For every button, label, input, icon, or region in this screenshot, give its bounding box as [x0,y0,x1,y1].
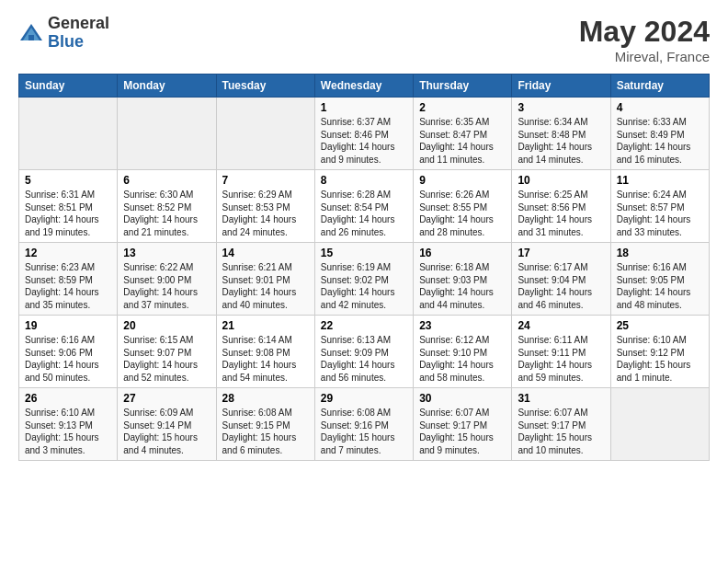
subtitle: Mireval, France [579,49,710,64]
day-number: 25 [617,319,703,332]
day-info: Sunrise: 6:28 AM Sunset: 8:54 PM Dayligh… [321,189,407,238]
day-info: Sunrise: 6:11 AM Sunset: 9:11 PM Dayligh… [518,334,604,384]
day-cell: 29Sunrise: 6:08 AM Sunset: 9:16 PM Dayli… [314,388,413,461]
day-number: 3 [518,101,604,114]
day-cell: 13Sunrise: 6:22 AM Sunset: 9:00 PM Dayli… [118,243,216,316]
day-info: Sunrise: 6:07 AM Sunset: 9:17 PM Dayligh… [518,407,604,456]
day-info: Sunrise: 6:24 AM Sunset: 8:57 PM Dayligh… [617,189,703,238]
day-cell: 18Sunrise: 6:16 AM Sunset: 9:05 PM Dayli… [610,243,709,316]
day-cell [19,98,118,170]
week-row-5: 26Sunrise: 6:10 AM Sunset: 9:13 PM Dayli… [19,388,710,461]
day-cell: 14Sunrise: 6:21 AM Sunset: 9:01 PM Dayli… [216,243,314,316]
day-number: 31 [518,392,604,405]
day-info: Sunrise: 6:14 AM Sunset: 9:08 PM Dayligh… [222,334,309,384]
day-info: Sunrise: 6:23 AM Sunset: 8:59 PM Dayligh… [25,261,111,311]
col-sunday: Sunday [19,75,118,98]
day-number: 16 [419,247,506,259]
day-number: 27 [123,392,210,405]
week-row-1: 1Sunrise: 6:37 AM Sunset: 8:46 PM Daylig… [19,98,710,170]
day-info: Sunrise: 6:08 AM Sunset: 9:16 PM Dayligh… [321,407,407,456]
page: General Blue May 2024 Mireval, France Su… [0,0,728,563]
day-cell [216,98,314,170]
logo: General Blue [18,15,109,52]
day-number: 22 [321,319,407,332]
day-cell: 10Sunrise: 6:25 AM Sunset: 8:56 PM Dayli… [512,170,610,243]
day-cell: 15Sunrise: 6:19 AM Sunset: 9:02 PM Dayli… [314,243,413,316]
day-info: Sunrise: 6:35 AM Sunset: 8:47 PM Dayligh… [419,116,506,166]
day-cell: 28Sunrise: 6:08 AM Sunset: 9:15 PM Dayli… [216,388,314,461]
day-info: Sunrise: 6:16 AM Sunset: 9:05 PM Dayligh… [617,261,703,311]
col-thursday: Thursday [414,75,512,98]
main-title: May 2024 [579,15,710,49]
day-info: Sunrise: 6:09 AM Sunset: 9:14 PM Dayligh… [123,407,210,456]
col-monday: Monday [118,75,216,98]
header: General Blue May 2024 Mireval, France [18,15,710,64]
day-cell: 9Sunrise: 6:26 AM Sunset: 8:55 PM Daylig… [414,170,512,243]
logo-blue-text: Blue [48,33,109,52]
day-info: Sunrise: 6:33 AM Sunset: 8:49 PM Dayligh… [617,116,703,166]
day-info: Sunrise: 6:37 AM Sunset: 8:46 PM Dayligh… [321,116,407,166]
day-info: Sunrise: 6:31 AM Sunset: 8:51 PM Dayligh… [25,189,111,238]
day-info: Sunrise: 6:10 AM Sunset: 9:13 PM Dayligh… [25,407,111,456]
day-number: 15 [321,247,407,259]
day-info: Sunrise: 6:17 AM Sunset: 9:04 PM Dayligh… [518,261,604,311]
day-info: Sunrise: 6:30 AM Sunset: 8:52 PM Dayligh… [123,189,210,238]
week-row-2: 5Sunrise: 6:31 AM Sunset: 8:51 PM Daylig… [19,170,710,243]
day-number: 28 [222,392,309,405]
day-cell: 27Sunrise: 6:09 AM Sunset: 9:14 PM Dayli… [118,388,216,461]
day-info: Sunrise: 6:29 AM Sunset: 8:53 PM Dayligh… [222,189,309,238]
day-number: 11 [617,174,703,187]
col-saturday: Saturday [610,75,709,98]
calendar-table: Sunday Monday Tuesday Wednesday Thursday… [18,74,710,461]
day-cell: 24Sunrise: 6:11 AM Sunset: 9:11 PM Dayli… [512,316,610,388]
week-row-3: 12Sunrise: 6:23 AM Sunset: 8:59 PM Dayli… [19,243,710,316]
day-cell: 25Sunrise: 6:10 AM Sunset: 9:12 PM Dayli… [610,316,709,388]
day-cell: 1Sunrise: 6:37 AM Sunset: 8:46 PM Daylig… [314,98,413,170]
logo-general-text: General [48,15,109,33]
col-friday: Friday [512,75,610,98]
day-cell: 22Sunrise: 6:13 AM Sunset: 9:09 PM Dayli… [314,316,413,388]
day-cell: 8Sunrise: 6:28 AM Sunset: 8:54 PM Daylig… [314,170,413,243]
day-number: 21 [222,319,309,332]
day-info: Sunrise: 6:18 AM Sunset: 9:03 PM Dayligh… [419,261,506,311]
day-info: Sunrise: 6:13 AM Sunset: 9:09 PM Dayligh… [321,334,407,384]
svg-rect-2 [28,35,34,40]
day-info: Sunrise: 6:26 AM Sunset: 8:55 PM Dayligh… [419,189,506,238]
day-info: Sunrise: 6:12 AM Sunset: 9:10 PM Dayligh… [419,334,506,384]
day-number: 19 [25,319,111,332]
day-info: Sunrise: 6:10 AM Sunset: 9:12 PM Dayligh… [617,334,703,384]
day-cell: 16Sunrise: 6:18 AM Sunset: 9:03 PM Dayli… [414,243,512,316]
logo-text: General Blue [48,15,109,52]
day-cell: 19Sunrise: 6:16 AM Sunset: 9:06 PM Dayli… [19,316,118,388]
day-info: Sunrise: 6:16 AM Sunset: 9:06 PM Dayligh… [25,334,111,384]
day-info: Sunrise: 6:15 AM Sunset: 9:07 PM Dayligh… [123,334,210,384]
header-row: Sunday Monday Tuesday Wednesday Thursday… [19,75,710,98]
day-number: 24 [518,319,604,332]
day-info: Sunrise: 6:22 AM Sunset: 9:00 PM Dayligh… [123,261,210,311]
day-number: 7 [222,174,309,187]
day-number: 10 [518,174,604,187]
day-number: 4 [617,101,703,114]
day-number: 23 [419,319,506,332]
day-number: 2 [419,101,506,114]
day-info: Sunrise: 6:08 AM Sunset: 9:15 PM Dayligh… [222,407,309,456]
day-number: 26 [25,392,111,405]
day-cell: 26Sunrise: 6:10 AM Sunset: 9:13 PM Dayli… [19,388,118,461]
day-cell: 4Sunrise: 6:33 AM Sunset: 8:49 PM Daylig… [610,98,709,170]
day-number: 17 [518,247,604,259]
day-cell: 20Sunrise: 6:15 AM Sunset: 9:07 PM Dayli… [118,316,216,388]
day-number: 12 [25,247,111,259]
day-number: 30 [419,392,506,405]
day-info: Sunrise: 6:25 AM Sunset: 8:56 PM Dayligh… [518,189,604,238]
day-number: 14 [222,247,309,259]
day-number: 9 [419,174,506,187]
day-cell: 17Sunrise: 6:17 AM Sunset: 9:04 PM Dayli… [512,243,610,316]
day-info: Sunrise: 6:07 AM Sunset: 9:17 PM Dayligh… [419,407,506,456]
day-cell: 2Sunrise: 6:35 AM Sunset: 8:47 PM Daylig… [414,98,512,170]
day-number: 6 [123,174,210,187]
day-number: 18 [617,247,703,259]
day-cell: 21Sunrise: 6:14 AM Sunset: 9:08 PM Dayli… [216,316,314,388]
day-cell: 11Sunrise: 6:24 AM Sunset: 8:57 PM Dayli… [610,170,709,243]
day-number: 13 [123,247,210,259]
day-cell: 23Sunrise: 6:12 AM Sunset: 9:10 PM Dayli… [414,316,512,388]
